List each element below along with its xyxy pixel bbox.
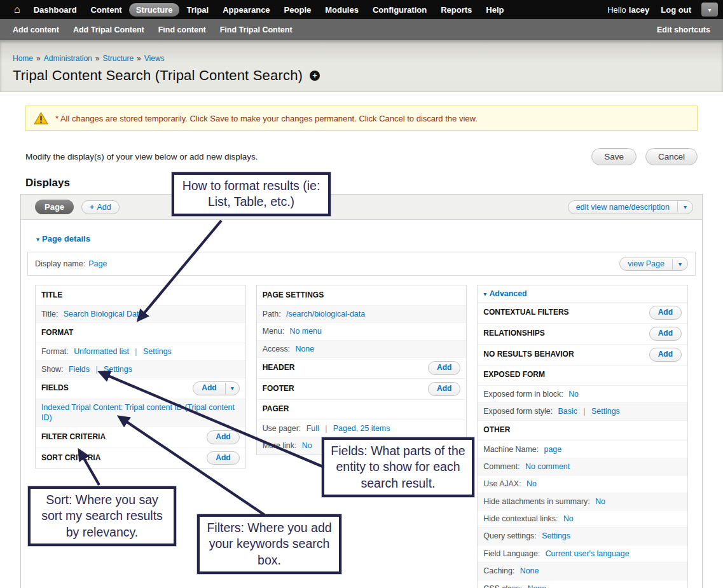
annotation-format-note: How to format results (ie: List, Table, … [172, 172, 331, 216]
breadcrumb-structure[interactable]: Structure [102, 54, 134, 63]
title-value-link[interactable]: Search Biological Data [64, 310, 143, 318]
menu-value-link[interactable]: No menu [290, 327, 322, 336]
display-name-row: Display name: Page view Page ▾ [27, 252, 696, 276]
relationships-add-button[interactable]: Add [649, 327, 682, 341]
menu-item-configuration[interactable]: Configuration [366, 3, 434, 17]
displays-heading: Displays [25, 177, 703, 189]
header-add-button[interactable]: Add [428, 361, 460, 375]
footer-section-header: FOOTER Add [257, 378, 467, 399]
breadcrumb-home[interactable]: Home [13, 54, 33, 63]
query-settings-value-link[interactable]: Settings [542, 531, 570, 540]
show-settings-link[interactable]: Settings [104, 365, 132, 374]
field-language-value-link[interactable]: Current user's language [546, 549, 630, 558]
shortcuts-bar: Add content Add Tripal Content Find cont… [0, 19, 723, 40]
column-advanced: ▾Advanced CONTEXTUAL FILTERS Add RELATIO… [477, 285, 688, 588]
add-display-button[interactable]: + Add [81, 200, 120, 214]
modify-text: Modify the display(s) of your view below… [25, 152, 258, 161]
field-language-row: Field Language: Current user's language [478, 545, 687, 562]
menu-item-people[interactable]: People [277, 3, 319, 17]
relationships-header: RELATIONSHIPS Add [478, 323, 687, 344]
display-name-label: Display name: [35, 259, 85, 268]
menu-item-modules[interactable]: Modules [318, 3, 366, 17]
tab-page[interactable]: Page [35, 200, 74, 214]
hide-contextual-row: Hide contextual links: No [478, 510, 687, 527]
display-tabs-row: Page + Add edit view name/description ▾ [21, 195, 702, 220]
display-name-value-link[interactable]: Page [88, 259, 107, 268]
format-value-link[interactable]: Unformatted list [74, 347, 129, 356]
menu-item-help[interactable]: Help [479, 3, 511, 17]
hide-attachments-value-link[interactable]: No [595, 497, 605, 506]
access-value-link[interactable]: None [296, 345, 315, 353]
view-page-button[interactable]: view Page ▾ [619, 257, 688, 271]
title-row: Title: Search Biological Data [36, 305, 245, 322]
use-pager-value-link[interactable]: Full [306, 424, 319, 433]
fields-item-row: Indexed Tripal Content: Tripal content I… [36, 399, 245, 427]
fields-section-header: FIELDS Add ▾ [36, 378, 245, 399]
comment-value-link[interactable]: No comment [525, 462, 570, 471]
drupal-views-edit-screen: ⌂ Dashboard Content Structure Tripal App… [0, 0, 723, 588]
css-class-row: CSS class: None [478, 580, 687, 588]
annotation-fields-note: Fields: What parts of the entity to show… [322, 437, 474, 497]
format-settings-link[interactable]: Settings [143, 347, 172, 356]
save-button[interactable]: Save [591, 148, 637, 165]
menu-item-appearance[interactable]: Appearance [216, 3, 277, 17]
no-results-add-button[interactable]: Add [649, 348, 682, 362]
breadcrumb-views[interactable]: Views [144, 54, 165, 63]
no-results-header: NO RESULTS BEHAVIOR Add [478, 344, 687, 365]
chevron-down-icon[interactable]: ▾ [677, 202, 692, 212]
menu-item-dashboard[interactable]: Dashboard [27, 3, 84, 17]
machine-name-value-link[interactable]: page [544, 445, 562, 454]
shortcut-find-content[interactable]: Find content [158, 25, 206, 34]
exposed-block-value-link[interactable]: No [568, 390, 579, 399]
chevron-down-icon[interactable]: ▾ [225, 383, 239, 393]
advanced-toggle[interactable]: ▾Advanced [483, 289, 527, 298]
cancel-button[interactable]: Cancel [645, 148, 698, 165]
more-link-value-link[interactable]: No [302, 441, 312, 450]
sort-add-button[interactable]: Add [207, 451, 239, 465]
fields-add-button[interactable]: Add ▾ [193, 381, 239, 395]
ajax-row: Use AJAX: No [478, 475, 687, 492]
chevron-down-icon: ▾ [708, 6, 711, 13]
filter-add-button[interactable]: Add [207, 430, 239, 444]
home-icon[interactable]: ⌂ [14, 4, 20, 15]
use-pager-paged-link[interactable]: Paged, 25 items [333, 424, 390, 433]
edit-view-name-button[interactable]: edit view name/description ▾ [568, 200, 693, 214]
exposed-style-value-link[interactable]: Basic [558, 407, 577, 416]
modify-row: Modify the display(s) of your view below… [25, 148, 698, 165]
menu-item-tripal[interactable]: Tripal [179, 3, 216, 17]
annotation-filters-note: Filters: Where you add your keywords sea… [197, 514, 341, 574]
toolbar-toggle-button[interactable]: ▾ [701, 3, 718, 17]
show-value-link[interactable]: Fields [69, 365, 90, 374]
hide-contextual-value-link[interactable]: No [563, 514, 574, 523]
exposed-style-settings-link[interactable]: Settings [591, 407, 620, 416]
exposed-block-row: Exposed form in block: No [478, 385, 687, 402]
shortcut-find-tripal-content[interactable]: Find Tripal Content [220, 25, 293, 34]
caching-row: Caching: None [478, 562, 687, 579]
menu-item-content[interactable]: Content [84, 3, 129, 17]
footer-add-button[interactable]: Add [428, 382, 460, 396]
caching-value-link[interactable]: None [520, 566, 539, 575]
chevron-down-icon: ▾ [36, 236, 39, 243]
plus-circle-icon[interactable]: + [310, 71, 320, 81]
page-details-toggle[interactable]: ▾Page details [36, 234, 90, 243]
title-section-header: TITLE [36, 285, 245, 305]
fields-item-link[interactable]: Indexed Tripal Content: Tripal content I… [41, 403, 235, 422]
access-row: Access: None [257, 340, 467, 357]
css-class-value-link[interactable]: None [527, 584, 546, 588]
chevron-down-icon[interactable]: ▾ [672, 259, 687, 270]
breadcrumb-administration[interactable]: Administration [44, 54, 92, 63]
contextual-add-button[interactable]: Add [649, 306, 682, 320]
edit-shortcuts-link[interactable]: Edit shortcuts [657, 25, 710, 34]
menu-item-reports[interactable]: Reports [434, 3, 479, 17]
hide-attachments-row: Hide attachments in summary: No [478, 493, 687, 510]
ajax-value-link[interactable]: No [527, 479, 537, 488]
menu-item-structure[interactable]: Structure [129, 3, 180, 17]
shortcut-add-content[interactable]: Add content [13, 25, 59, 34]
path-value-link[interactable]: /search/biological-data [286, 310, 365, 318]
path-row: Path: /search/biological-data [257, 305, 467, 322]
show-row: Show: Fields | Settings [36, 360, 245, 378]
query-settings-row: Query settings: Settings [478, 527, 687, 544]
shortcut-add-tripal-content[interactable]: Add Tripal Content [73, 25, 144, 34]
logout-link[interactable]: Log out [661, 5, 691, 15]
annotation-sort-note: Sort: Where you say sort my search resul… [28, 486, 176, 546]
